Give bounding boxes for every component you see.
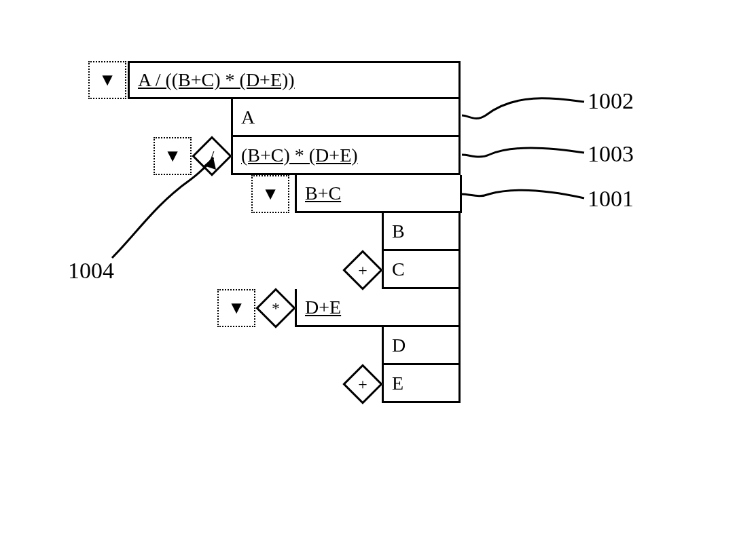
operator-multiply: * <box>257 289 295 327</box>
row-e: + E <box>88 365 462 403</box>
chevron-down-icon: ▼ <box>98 70 116 90</box>
node-de-expr[interactable]: D+E <box>295 289 461 327</box>
node-d: D <box>382 327 461 365</box>
row-bc: ▼ B+C <box>88 175 462 213</box>
operator-multiply-label: * <box>272 299 280 318</box>
row-a: A <box>88 99 462 137</box>
toggle-bc[interactable]: ▼ <box>251 175 289 213</box>
toggle-root[interactable]: ▼ <box>88 61 126 99</box>
operator-plus-2-label: + <box>358 375 367 394</box>
toggle-bcde[interactable]: ▼ <box>154 137 192 175</box>
callout-1002: 1002 <box>588 88 634 114</box>
tree-rows: ▼ A / ((B+C) * (D+E)) A ▼ / (B+C) * (D+E… <box>88 61 462 403</box>
operator-plus-1-label: + <box>358 261 367 280</box>
operator-plus-2: + <box>344 365 382 403</box>
node-a: A <box>231 99 461 137</box>
node-root-expr[interactable]: A / ((B+C) * (D+E)) <box>128 61 461 99</box>
diagram-stage: ▼ A / ((B+C) * (D+E)) A ▼ / (B+C) * (D+E… <box>0 0 756 547</box>
row-bcde: ▼ / (B+C) * (D+E) <box>88 137 462 175</box>
row-c: + C <box>88 251 462 289</box>
operator-plus-1: + <box>344 251 382 289</box>
chevron-down-icon: ▼ <box>262 184 279 204</box>
callout-1003: 1003 <box>588 141 634 167</box>
chevron-down-icon: ▼ <box>164 146 181 166</box>
callout-1004: 1004 <box>68 258 114 284</box>
row-d: D <box>88 327 462 365</box>
node-e: E <box>382 365 461 403</box>
node-c: C <box>382 251 461 289</box>
chevron-down-icon: ▼ <box>228 298 245 318</box>
row-de: ▼ * D+E <box>88 289 462 327</box>
operator-divide-label: / <box>210 147 215 166</box>
row-b: B <box>88 213 462 251</box>
row-root: ▼ A / ((B+C) * (D+E)) <box>88 61 462 99</box>
callout-1001: 1001 <box>588 186 634 212</box>
toggle-de[interactable]: ▼ <box>217 289 255 327</box>
node-bcde-expr[interactable]: (B+C) * (D+E) <box>231 137 461 175</box>
node-bc-expr[interactable]: B+C <box>295 175 462 213</box>
node-b: B <box>382 213 461 251</box>
operator-divide: / <box>193 137 231 175</box>
